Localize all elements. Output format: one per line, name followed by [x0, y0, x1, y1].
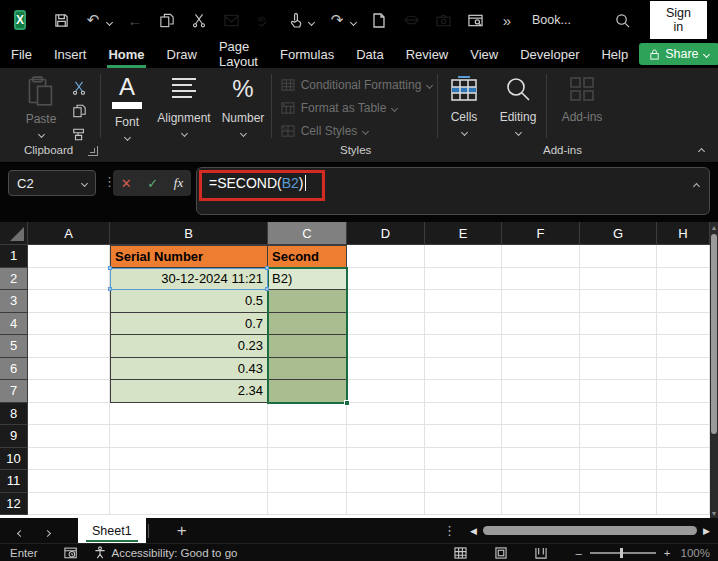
cell-E2[interactable] [425, 268, 502, 291]
cells-menu-button[interactable]: Cells [438, 68, 490, 144]
share-button[interactable]: Share [639, 43, 718, 65]
copy-icon[interactable] [158, 11, 176, 29]
cell-B1[interactable]: Serial Number [110, 245, 268, 268]
cell-A3[interactable] [28, 290, 110, 313]
scroll-left-icon[interactable]: ◀ [470, 526, 477, 536]
preview-pane-icon[interactable] [466, 11, 484, 29]
minimize-button[interactable]: – [707, 0, 718, 40]
cell-C6[interactable] [268, 358, 347, 381]
zoom-percentage[interactable]: 100% [681, 547, 710, 559]
column-header-B[interactable]: B [110, 222, 268, 245]
cell-A9[interactable] [28, 425, 110, 448]
cell-H3[interactable] [657, 290, 710, 313]
cell-B5[interactable]: 0.23 [110, 335, 268, 358]
zoom-slider[interactable] [590, 552, 656, 554]
cell-B11[interactable] [110, 470, 268, 493]
cell-A2[interactable] [28, 268, 110, 291]
cell-H7[interactable] [657, 380, 710, 403]
cell-F11[interactable] [502, 470, 580, 493]
row-header-9[interactable]: 9 [0, 425, 28, 448]
redo-icon[interactable]: ↷ [328, 11, 346, 29]
cell-B6[interactable]: 0.43 [110, 358, 268, 381]
undo-dropdown-icon[interactable] [107, 11, 112, 29]
cell-D3[interactable] [347, 290, 425, 313]
cell-A5[interactable] [28, 335, 110, 358]
cell-E5[interactable] [425, 335, 502, 358]
redo-dropdown-icon[interactable] [351, 11, 356, 29]
cell-H6[interactable] [657, 358, 710, 381]
tab-home[interactable]: Home [97, 43, 155, 66]
tab-insert[interactable]: Insert [43, 43, 98, 66]
cell-G1[interactable] [580, 245, 657, 268]
accessibility-status[interactable]: Accessibility: Good to go [112, 547, 238, 559]
cell-H12[interactable] [657, 493, 710, 516]
cell-C7[interactable] [268, 380, 347, 403]
insert-function-icon[interactable]: fx [174, 175, 183, 191]
tab-review[interactable]: Review [395, 43, 460, 66]
cell-D6[interactable] [347, 358, 425, 381]
column-header-C[interactable]: C [268, 222, 347, 245]
row-header-2[interactable]: 2 [0, 268, 28, 291]
row-header-11[interactable]: 11 [0, 470, 28, 493]
cell-B3[interactable]: 0.5 [110, 290, 268, 313]
editing-menu-button[interactable]: Editing [490, 68, 546, 144]
cell-G11[interactable] [580, 470, 657, 493]
column-header-D[interactable]: D [347, 222, 425, 245]
paste-button[interactable]: Paste [13, 68, 69, 144]
column-header-F[interactable]: F [502, 222, 580, 245]
cell-A6[interactable] [28, 358, 110, 381]
cell-C9[interactable] [268, 425, 347, 448]
cell-E1[interactable] [425, 245, 502, 268]
font-menu-button[interactable]: A Font [101, 68, 153, 144]
cell-H4[interactable] [657, 313, 710, 336]
cell-G3[interactable] [580, 290, 657, 313]
cell-E3[interactable] [425, 290, 502, 313]
sheet-grid[interactable]: ABCDEFGH123456789101112Serial NumberSeco… [0, 222, 710, 518]
cell-B7[interactable]: 2.34 [110, 380, 268, 403]
cell-E7[interactable] [425, 380, 502, 403]
format-painter-icon[interactable] [71, 126, 87, 142]
undo-icon[interactable]: ↶ [84, 11, 102, 29]
cell-G5[interactable] [580, 335, 657, 358]
cell-G12[interactable] [580, 493, 657, 516]
cell-A1[interactable] [28, 245, 110, 268]
cell-C4[interactable] [268, 313, 347, 336]
row-header-3[interactable]: 3 [0, 290, 28, 313]
cell-C11[interactable] [268, 470, 347, 493]
cell-C8[interactable] [268, 403, 347, 426]
cell-C2[interactable]: B2) [268, 268, 347, 291]
row-header-8[interactable]: 8 [0, 403, 28, 426]
cell-G6[interactable] [580, 358, 657, 381]
cell-F5[interactable] [502, 335, 580, 358]
cancel-entry-icon[interactable]: ✕ [121, 176, 132, 191]
cell-C5[interactable] [268, 335, 347, 358]
zoom-in-button[interactable]: + [664, 547, 671, 559]
tab-view[interactable]: View [459, 43, 509, 66]
commit-entry-icon[interactable]: ✓ [147, 176, 158, 191]
alignment-menu-button[interactable]: Alignment [156, 68, 212, 144]
cell-B12[interactable] [110, 493, 268, 516]
vertical-scroll-thumb[interactable] [711, 234, 717, 434]
scroll-right-icon[interactable]: ▶ [703, 526, 710, 536]
cell-H11[interactable] [657, 470, 710, 493]
cut-small-icon[interactable] [71, 80, 87, 96]
tab-file[interactable]: File [0, 43, 43, 66]
row-header-6[interactable]: 6 [0, 358, 28, 381]
cell-G9[interactable] [580, 425, 657, 448]
prev-sheet-icon[interactable] [18, 522, 23, 540]
column-header-E[interactable]: E [425, 222, 502, 245]
cell-A12[interactable] [28, 493, 110, 516]
sheet-tab-sheet1[interactable]: Sheet1 [78, 518, 146, 543]
cell-A4[interactable] [28, 313, 110, 336]
cell-G8[interactable] [580, 403, 657, 426]
clipboard-dialog-launcher-icon[interactable] [88, 146, 98, 156]
collapse-formula-bar-icon[interactable] [694, 176, 699, 192]
sheetbar-more-icon[interactable]: ⋮ [443, 523, 456, 538]
cell-E11[interactable] [425, 470, 502, 493]
tab-data[interactable]: Data [345, 43, 394, 66]
cell-G10[interactable] [580, 448, 657, 471]
cell-A7[interactable] [28, 380, 110, 403]
select-all-corner[interactable] [0, 222, 28, 245]
new-file-icon[interactable] [370, 11, 388, 29]
cell-D12[interactable] [347, 493, 425, 516]
